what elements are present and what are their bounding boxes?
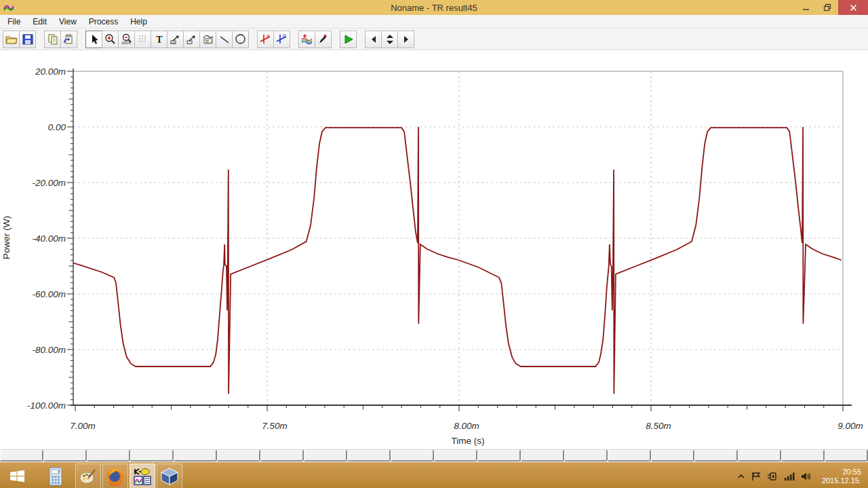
svg-text:-20.00m: -20.00m [32,178,66,188]
add-probe-button[interactable] [315,31,332,48]
restore-button[interactable] [816,0,838,15]
text-tool-button[interactable]: T [151,31,167,48]
menu-edit[interactable]: Edit [26,15,53,28]
chart-region: 20.00m0.00-20.00m-40.00m-60.00m-80.00m-1… [0,50,868,449]
ticks [67,71,843,411]
volume-icon[interactable] [801,472,812,481]
page-right-button[interactable] [397,31,414,48]
svg-text:-40.00m: -40.00m [32,233,66,244]
arrow-annotation-1-button[interactable] [167,31,184,48]
legend-box-button[interactable]: x [199,31,216,48]
clock[interactable]: 20:55 2015.12.15. [818,468,861,485]
action-center-flag-icon[interactable] [751,472,761,481]
page-tab[interactable] [738,450,781,462]
arrow-annotation-icon [170,34,181,45]
page-tab[interactable] [564,450,608,462]
open-button[interactable] [3,31,20,48]
power-plug-icon[interactable] [767,472,778,481]
svg-text:a: a [267,33,270,39]
paste-icon [63,34,75,45]
page-tab[interactable] [608,450,651,462]
save-button[interactable] [19,31,36,48]
calculator-icon: 8 [47,467,64,486]
line-icon [219,34,230,45]
paste-button[interactable] [60,31,77,48]
svg-text:20.00m: 20.00m [35,67,66,77]
ellipse-tool-button[interactable] [232,31,249,48]
tick-labels: 20.00m0.00-20.00m-40.00m-60.00m-80.00m-1… [27,67,863,432]
taskbar-button-firefox[interactable] [102,464,128,488]
power-curve [73,127,841,394]
page-tab[interactable] [0,450,43,462]
arrow-left-icon [370,35,377,43]
zoom-in-icon [104,33,116,45]
select-pointer-button[interactable] [85,31,102,48]
page-tab[interactable] [217,450,260,462]
page-tab[interactable] [694,450,738,462]
floppy-icon [22,34,33,45]
page-tab[interactable] [825,450,868,462]
line-tool-button[interactable] [216,31,233,48]
svg-text:7.50m: 7.50m [262,421,288,431]
network-signal-icon[interactable] [784,472,795,481]
menu-view[interactable]: View [53,15,83,28]
page-left-button[interactable] [365,31,382,48]
menu-file[interactable]: File [1,15,26,28]
page-tab[interactable] [347,450,391,462]
page-tab[interactable] [391,450,434,462]
arrow-annotation-2-button[interactable]: ? [183,31,200,48]
taskbar: 8 [0,462,868,488]
page-tab[interactable] [434,450,477,462]
taskbar-button-calculator[interactable]: 8 [43,464,68,488]
page-tab[interactable] [87,450,130,462]
add-curve-button[interactable] [298,31,315,48]
run-button[interactable] [340,31,357,48]
add-probe-icon [317,33,329,45]
y-axis-title: Power (W) [1,216,12,259]
page-tab[interactable] [651,450,694,462]
page-tab[interactable] [521,450,564,462]
arrow-right-icon [403,35,410,43]
window-title: Noname - TR result45 [0,3,868,13]
text-tool-icon: T [155,34,164,45]
menu-help[interactable]: Help [124,15,153,28]
grid-button[interactable] [134,31,151,48]
arrow-annotation-icon: ? [186,34,197,45]
cursor-b-button[interactable]: b [273,31,290,48]
page-tab[interactable] [43,450,87,462]
menu-process[interactable]: Process [83,15,124,28]
svg-text:-100.00m: -100.00m [27,400,66,411]
page-tab[interactable] [260,450,304,462]
close-button[interactable] [838,0,868,15]
hidden-icons-chevron[interactable] [737,473,745,480]
page-tab[interactable] [304,450,347,462]
title-bar[interactable]: Noname - TR result45 [0,0,868,15]
page-tab[interactable] [174,450,217,462]
run-icon [343,34,354,45]
taskbar-button-paint[interactable] [75,464,101,488]
tray-date: 2015.12.15. [822,476,861,485]
copy-icon [47,34,58,45]
copy-button[interactable] [44,31,61,48]
zoom-in-button[interactable] [102,31,119,48]
tray-time: 20:55 [822,468,861,476]
taskbar-button-virtualbox[interactable] [157,464,182,488]
start-button[interactable] [0,462,34,488]
x-axis-title: Time (s) [452,436,485,446]
zoom-100-button[interactable]: 100% [118,31,135,48]
cursor-a-icon: a [259,33,272,45]
page-tab[interactable] [130,450,174,462]
add-curve-icon [300,33,313,45]
page-tabs-row [0,449,868,462]
page-spinner[interactable] [381,31,398,48]
cursor-a-button[interactable]: a [257,31,274,48]
svg-text:100%: 100% [121,41,131,45]
page-tab[interactable] [781,450,825,462]
page-tab[interactable] [477,450,521,462]
virtualbox-icon [160,467,179,486]
taskbar-button-tina-diagram[interactable] [130,464,155,488]
paint-icon [79,467,98,486]
minimize-button[interactable] [795,0,816,15]
zoom-100-icon: 100% [121,33,132,45]
svg-text:8.00m: 8.00m [454,421,479,431]
